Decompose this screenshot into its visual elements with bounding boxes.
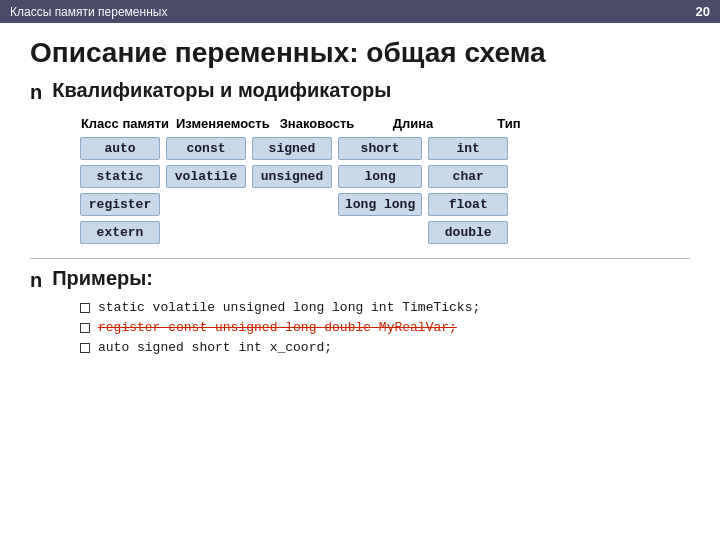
header-len: Длина <box>368 116 458 131</box>
cell-register: register <box>80 193 160 216</box>
header-mut: Изменяемость <box>176 116 266 131</box>
bullet-sq-1 <box>80 303 90 313</box>
main-title: Описание переменных: общая схема <box>30 37 690 69</box>
cell-volatile: volatile <box>166 165 246 188</box>
bullet-sq-2 <box>80 323 90 333</box>
header-mem: Класс памяти <box>80 116 170 131</box>
section-qualifiers: n Квалификаторы и модификаторы Класс пам… <box>30 79 690 244</box>
section-examples: n Примеры: static volatile unsigned long… <box>30 267 690 355</box>
slide-title: Классы памяти переменных <box>10 5 167 19</box>
qualifiers-heading: n Квалификаторы и модификаторы <box>30 79 690 104</box>
cell-float: float <box>428 193 508 216</box>
table-body: auto static register extern const volati… <box>80 137 690 244</box>
cell-long-long: long long <box>338 193 422 216</box>
cell-extern: extern <box>80 221 160 244</box>
example-item-1: static volatile unsigned long long int T… <box>80 300 690 315</box>
examples-list: static volatile unsigned long long int T… <box>80 300 690 355</box>
example-text-2: register const unsigned long double MyRe… <box>98 320 457 335</box>
cell-long: long <box>338 165 422 188</box>
cell-static: static <box>80 165 160 188</box>
top-bar: Классы памяти переменных 20 <box>0 0 720 23</box>
qualifiers-table: Класс памяти Изменяемость Знаковость Дли… <box>80 116 690 244</box>
example-text-3: auto signed short int x_coord; <box>98 340 332 355</box>
col-type: int char float double <box>428 137 508 244</box>
cell-int: int <box>428 137 508 160</box>
cell-char: char <box>428 165 508 188</box>
cell-short: short <box>338 137 422 160</box>
qualifiers-label: Квалификаторы и модификаторы <box>52 79 391 102</box>
divider <box>30 258 690 259</box>
header-type: Тип <box>464 116 554 131</box>
cell-auto: auto <box>80 137 160 160</box>
example-text-1: static volatile unsigned long long int T… <box>98 300 480 315</box>
bullet-1: n <box>30 81 42 104</box>
cell-const: const <box>166 137 246 160</box>
examples-heading: n Примеры: <box>30 267 690 292</box>
bullet-sq-3 <box>80 343 90 353</box>
col-length: short long long long <box>338 137 422 244</box>
header-sign: Знаковость <box>272 116 362 131</box>
example-item-3: auto signed short int x_coord; <box>80 340 690 355</box>
cell-unsigned: unsigned <box>252 165 332 188</box>
example-item-2: register const unsigned long double MyRe… <box>80 320 690 335</box>
cell-signed: signed <box>252 137 332 160</box>
col-memory: auto static register extern <box>80 137 160 244</box>
examples-label: Примеры: <box>52 267 153 290</box>
col-mutability: const volatile <box>166 137 246 244</box>
slide-number: 20 <box>696 4 710 19</box>
table-headers: Класс памяти Изменяемость Знаковость Дли… <box>80 116 690 131</box>
cell-double: double <box>428 221 508 244</box>
col-sign: signed unsigned <box>252 137 332 244</box>
bullet-2: n <box>30 269 42 292</box>
